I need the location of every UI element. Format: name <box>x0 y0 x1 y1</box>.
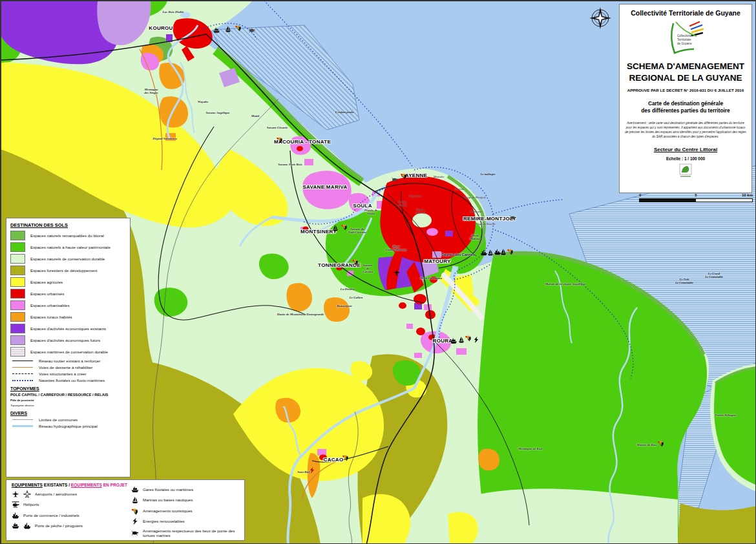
legend-swatch <box>10 335 25 345</box>
svg-text:de Guyane: de Guyane <box>677 42 692 45</box>
equipment-icon <box>131 496 139 504</box>
title-panel: Collectivité Territoriale de Guyane Coll… <box>619 4 752 193</box>
legend-swatch <box>10 231 25 240</box>
divers-item-label: Limites de communes <box>39 417 78 422</box>
legend-line-item: Voies de desserte à réhabiliter <box>10 365 126 370</box>
map-marker-icon <box>487 249 494 256</box>
legend-panel: DESTINATION DES SOLS Espaces naturels re… <box>6 218 131 477</box>
toponyme-item: POLE CAPITAL / CARREFOUR / RESSOURCE / R… <box>10 393 126 397</box>
scale-bar: 0 5 10 km <box>639 193 753 204</box>
map-marker-icon <box>309 467 316 474</box>
ctg-logo: Collectivité Territoriale de Guyane <box>662 19 709 57</box>
legend-swatch <box>10 266 25 275</box>
legend-item-label: Espaces agricoles <box>30 280 63 284</box>
scale-text: Echelle : 1 / 100 000 <box>624 156 747 161</box>
legend-item: Espaces d'activités économiques existant… <box>10 324 126 333</box>
divers-line-sample <box>12 425 33 427</box>
map-marker-icon <box>392 176 399 183</box>
legend-swatch <box>10 347 25 357</box>
map-marker-icon <box>342 454 350 461</box>
urban-matoury4 <box>430 277 437 283</box>
map-marker-icon <box>332 225 339 232</box>
toponymes-title: TOPONYMES <box>10 386 126 391</box>
divers-line-sample <box>12 419 33 420</box>
equipment-header-part: EQUIPEMENTS <box>71 483 102 487</box>
map-marker-icon <box>213 27 220 34</box>
legend-item-label: Espaces naturels de conservation durable <box>30 256 105 261</box>
divers-title: DIVERS <box>10 411 126 415</box>
legend-item: Espaces naturels remarquables du littora… <box>10 231 126 240</box>
urban-matoury5 <box>399 302 406 309</box>
equipment-icon <box>131 529 139 537</box>
legend-line-item: Navettes fluviales ou fluvio-maritimes <box>10 378 126 382</box>
legend-line-label: Réseau routier existant à renforcer <box>39 359 100 363</box>
map-marker-icon <box>341 224 348 231</box>
map-marker-icon <box>465 335 472 342</box>
conservation-south-strip <box>478 489 678 544</box>
equipment-item: Ports de pêche / piroguiers <box>12 522 131 530</box>
map-marker-icon <box>352 258 359 266</box>
map-marker-icon <box>401 173 408 180</box>
agency-logo <box>678 163 693 179</box>
cayenne-inner-purple <box>445 231 453 236</box>
divers-item: Réseau hydrographique principal <box>10 424 126 428</box>
equipment-item-label: Gares fluviales ou maritimes <box>143 487 193 492</box>
pink-macouria2 <box>304 159 313 165</box>
equipment-item-label: Ports de commerce / industriels <box>23 513 79 518</box>
legend-swatch <box>10 300 25 310</box>
legend-item-label: Espaces ruraux habités <box>30 315 72 319</box>
equipment-item-label: Aménagements respectueux des lieux de po… <box>143 528 239 538</box>
legend-item: Espaces naturels de conservation durable <box>10 254 126 264</box>
equipment-item: Héliports <box>12 501 131 508</box>
scale-tick-5: 5 <box>695 193 697 197</box>
equipment-header-part: EN PROJET <box>102 483 127 487</box>
scale-tick-0: 0 <box>639 193 641 197</box>
legend-item-label: Espaces d'activités économiques existant… <box>30 326 106 331</box>
cayenne-inner-green <box>412 213 432 227</box>
legend-item-label: Espaces d'activités économiques futurs <box>30 338 100 342</box>
disclaimer-text: Avertissement : cette carte vaut destina… <box>624 121 747 139</box>
equipment-header-part: EXISTANTS / <box>43 483 71 487</box>
pink-matoury3 <box>406 324 413 329</box>
equipment-item: Energies renouvelables <box>131 518 239 525</box>
decree-line: APPROUVE PAR LE DECRET N° 2016-931 DU 6 … <box>624 88 747 92</box>
pink-cacao <box>317 449 326 455</box>
map-marker-icon <box>225 26 232 33</box>
map-marker-icon <box>450 338 457 345</box>
legend-line-item: Voies structurantes à créer <box>10 371 126 376</box>
legend-item-label: Espaces maritimes de conservation durabl… <box>30 350 108 354</box>
equipment-icon <box>12 501 19 508</box>
legend-item: Espaces d'activités économiques futurs <box>10 335 126 345</box>
equipment-header: EQUIPEMENTS EXISTANTS / EQUIPEMENTS EN P… <box>12 483 131 487</box>
map-subtitle: Carte de destination générale des différ… <box>624 100 747 114</box>
legend-line-sample <box>12 361 33 361</box>
legend-item-label: Espaces urbanisables <box>30 303 70 308</box>
equipment-item-label: Héliports <box>23 502 39 507</box>
map-marker-icon <box>658 440 665 447</box>
urban-matoury1 <box>414 294 426 304</box>
legend-lines: Réseau routier existant à renforcer Voie… <box>10 359 126 382</box>
legend-item: Espaces urbanisés <box>10 289 126 298</box>
equipment-item: Aménagements respectueux des lieux de po… <box>131 528 239 538</box>
legend-line-sample <box>12 373 33 374</box>
legend-swatch <box>10 312 25 322</box>
toponyme-item: Toponymie diverse <box>10 404 126 407</box>
legend-item: Espaces agricoles <box>10 277 126 287</box>
legend-line-sample <box>12 380 33 381</box>
legend-item: Espaces forestiers de développement <box>10 266 126 275</box>
equipment-item: Marinas ou bases nautiques <box>131 496 239 504</box>
urban-macouria <box>297 146 303 151</box>
equipment-item-label: Marinas ou bases nautiques <box>143 497 193 502</box>
equipment-icon-2 <box>23 522 31 530</box>
equipment-item-label: Ports de pêche / piroguiers <box>35 523 83 528</box>
equipment-item: Gares fluviales ou maritimes <box>131 486 239 494</box>
legend-title: DESTINATION DES SOLS <box>10 222 126 228</box>
legend-line-item: Réseau routier existant à renforcer <box>10 359 126 363</box>
urban-cacao <box>319 455 327 461</box>
map-page: KOUROUMACOURIA - TONATESAVANE MARIVACAYE… <box>0 0 756 544</box>
map-marker-icon <box>510 214 517 222</box>
divers-list: Limites de communes Réseau hydrographiqu… <box>10 417 126 428</box>
cayenne-inner-pink <box>426 228 438 236</box>
legend-item: Espaces urbanisables <box>10 300 126 310</box>
divers-item-label: Réseau hydrographique principal <box>39 424 98 428</box>
